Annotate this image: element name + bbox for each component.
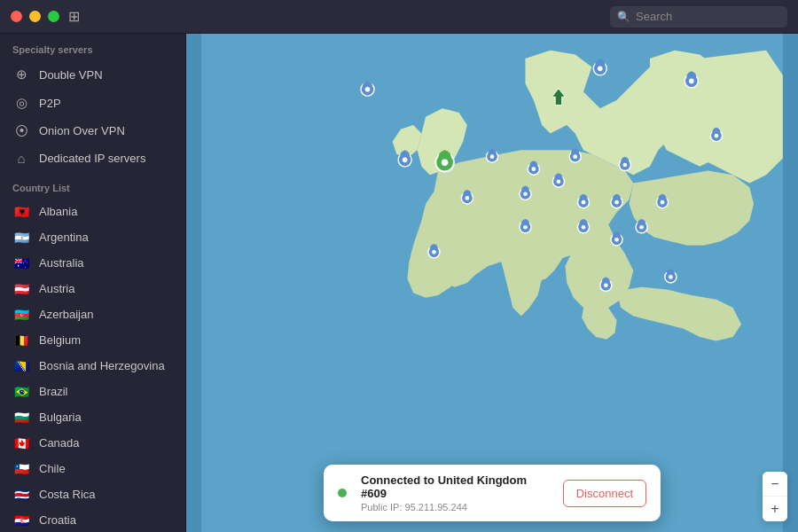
bosnia-label: Bosnia and Herzegovina [39,359,165,372]
canada-label: Canada [39,436,80,450]
close-button[interactable] [11,11,22,22]
sidebar-item-argentina[interactable]: 🇦🇷 Argentina [0,224,185,250]
svg-point-23 [557,179,561,184]
brazil-label: Brazil [39,385,68,398]
svg-point-35 [661,200,665,205]
search-bar[interactable]: 🔍 [610,6,787,27]
croatia-label: Croatia [39,513,76,527]
svg-point-37 [639,225,644,230]
maximize-button[interactable] [48,11,59,22]
svg-point-5 [689,79,694,84]
main-content: Specialty servers ⊕ Double VPN ◎ P2P ⦿ O… [0,34,798,532]
sidebar-item-bosnia[interactable]: 🇧🇦 Bosnia and Herzegovina [0,353,185,379]
map-area[interactable]: Connected to United Kingdom #609 Public … [186,34,798,532]
chile-label: Chile [39,462,66,475]
albania-flag: 🇦🇱 [12,206,30,218]
search-input[interactable] [636,10,780,23]
svg-point-2 [365,87,371,92]
zoom-out-button[interactable]: − [763,472,787,497]
albania-label: Albania [39,205,77,218]
svg-point-25 [582,200,586,205]
australia-flag: 🇦🇺 [12,257,30,270]
connected-server-text: Connected to United Kingdom #609 [361,473,549,500]
belgium-flag: 🇧🇪 [12,334,30,347]
sidebar-item-dedicated-ip-label: Dedicated IP servers [39,152,145,165]
azerbaijan-flag: 🇦🇿 [12,309,30,321]
public-ip-text: Public IP: 95.211.95.244 [361,502,549,512]
bulgaria-flag: 🇧🇬 [12,411,30,424]
svg-point-47 [432,250,436,254]
sidebar-item-double-vpn[interactable]: ⊕ Double VPN [0,60,185,89]
status-bar: Connected to United Kingdom #609 Public … [324,465,661,521]
argentina-label: Argentina [39,231,89,244]
svg-point-13 [490,154,495,159]
svg-point-19 [466,196,470,200]
sidebar-item-belgium[interactable]: 🇧🇪 Belgium [0,327,185,353]
svg-point-11 [403,158,408,163]
country-list-header: Country List [0,172,185,199]
double-vpn-icon: ⊕ [12,66,30,82]
svg-point-27 [614,200,619,205]
status-text: Connected to United Kingdom #609 Public … [361,473,549,512]
sidebar-item-austria[interactable]: 🇦🇹 Austria [0,276,185,301]
europe-map [186,34,798,532]
belgium-label: Belgium [39,333,81,347]
brazil-flag: 🇧🇷 [12,386,30,398]
window-controls [11,11,59,22]
svg-point-17 [573,154,577,159]
austria-label: Austria [39,282,74,295]
svg-point-45 [669,275,673,279]
zoom-controls: − + [763,472,787,521]
sidebar: Specialty servers ⊕ Double VPN ◎ P2P ⦿ O… [0,34,186,532]
costa-rica-flag: 🇨🇷 [12,489,30,501]
australia-label: Australia [39,256,84,270]
canada-flag: 🇨🇦 [12,437,30,450]
p2p-icon: ◎ [12,95,30,111]
bulgaria-label: Bulgaria [39,411,82,424]
connection-status-dot [338,489,347,497]
sidebar-item-australia[interactable]: 🇦🇺 Australia [0,250,185,276]
svg-point-39 [623,163,628,168]
austria-flag: 🇦🇹 [12,283,30,295]
sidebar-item-azerbaijan[interactable]: 🇦🇿 Azerbaijan [0,301,185,327]
search-icon: 🔍 [617,11,630,23]
svg-point-41 [715,134,719,138]
sidebar-item-onion-label: Onion Over VPN [39,124,125,137]
titlebar: ⊞ 🔍 [0,0,798,34]
sidebar-item-croatia[interactable]: 🇭🇷 Croatia [0,507,185,532]
chile-flag: 🇨🇱 [12,463,30,475]
argentina-flag: 🇦🇷 [12,231,30,244]
svg-point-33 [614,238,619,242]
sidebar-item-dedicated-ip[interactable]: ⌂ Dedicated IP servers [0,145,185,172]
svg-point-7 [598,66,603,72]
minimize-button[interactable] [29,11,41,22]
svg-point-21 [523,192,528,196]
specialty-header: Specialty servers [0,34,185,60]
svg-point-31 [582,225,586,230]
croatia-flag: 🇭🇷 [12,514,30,527]
disconnect-button[interactable]: Disconnect [563,480,646,507]
zoom-in-button[interactable]: + [763,497,787,521]
sidebar-toggle-button[interactable]: ⊞ [68,8,80,25]
sidebar-item-brazil[interactable]: 🇧🇷 Brazil [0,379,185,404]
svg-point-15 [531,167,536,171]
sidebar-item-double-vpn-label: Double VPN [39,68,103,82]
sidebar-item-canada[interactable]: 🇨🇦 Canada [0,430,185,456]
dedicated-ip-icon: ⌂ [12,151,30,166]
svg-point-43 [604,283,608,287]
sidebar-item-chile[interactable]: 🇨🇱 Chile [0,456,185,481]
sidebar-item-onion[interactable]: ⦿ Onion Over VPN [0,117,185,145]
svg-point-9 [442,159,448,165]
svg-point-29 [523,225,528,230]
sidebar-item-bulgaria[interactable]: 🇧🇬 Bulgaria [0,404,185,430]
sidebar-item-p2p-label: P2P [39,97,61,110]
sidebar-item-costa-rica[interactable]: 🇨🇷 Costa Rica [0,481,185,507]
azerbaijan-label: Azerbaijan [39,308,93,321]
bosnia-flag: 🇧🇦 [12,360,30,372]
onion-icon: ⦿ [12,123,30,138]
sidebar-item-p2p[interactable]: ◎ P2P [0,89,185,117]
costa-rica-label: Costa Rica [39,488,96,501]
sidebar-item-albania[interactable]: 🇦🇱 Albania [0,199,185,224]
